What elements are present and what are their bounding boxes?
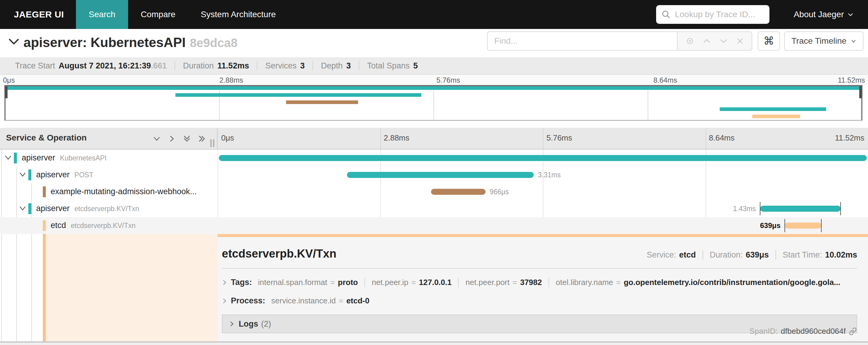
equals-sign: = <box>411 278 416 287</box>
app-brand[interactable]: JAEGER UI <box>0 0 76 29</box>
about-jaeger-menu[interactable]: About Jaeger <box>794 10 854 19</box>
nav-item-search[interactable]: Search <box>76 0 128 29</box>
span-service: example-mutating-admission-webhook... <box>51 187 197 196</box>
span-operation: etcdserverpb.KV/Txn <box>74 205 139 212</box>
logs-count: (2) <box>261 319 271 329</box>
span-row-apiserver-etcd-txn[interactable]: apiserveretcdserverpb.KV/Txn 1.43ms <box>0 200 868 217</box>
tag-value: etcd-0 <box>346 296 370 306</box>
focus-target-icon[interactable] <box>685 36 694 46</box>
meta-value: 10.02ms <box>825 250 857 260</box>
span-detail-accent-bar <box>43 234 46 341</box>
spanid-label: SpanID: <box>749 326 778 336</box>
nav-item-compare[interactable]: Compare <box>128 0 188 29</box>
timeline-header: Service & Operation <box>0 128 868 150</box>
span-bar[interactable] <box>347 172 533 178</box>
timeline-tick: 0μs <box>221 133 234 143</box>
span-service-operation: apiserverPOST <box>36 170 93 179</box>
span-detail-operation-title: etcdserverpb.KV/Txn <box>222 247 336 260</box>
span-row-apiserver-post[interactable]: apiserverPOST 3.31ms <box>0 167 868 183</box>
summary-depth: Depth 3 <box>313 61 359 70</box>
jaeger-trace-page: JAEGER UI Search Compare System Architec… <box>0 0 868 345</box>
find-prev-chevron-up-icon[interactable] <box>702 38 711 44</box>
span-color-marker <box>28 203 31 214</box>
nav-item-system-architecture[interactable]: System Architecture <box>188 0 288 29</box>
clear-find-close-icon[interactable] <box>736 37 744 45</box>
chevron-right-icon <box>222 298 227 304</box>
minimap-gridline <box>219 86 220 120</box>
minimap-span-bar <box>176 93 421 97</box>
chevron-right-icon <box>222 279 227 286</box>
collapse-controls <box>153 135 206 143</box>
summary-label: Depth <box>321 61 343 70</box>
trace-minimap[interactable] <box>4 85 863 121</box>
chevron-down-icon <box>851 39 856 43</box>
collapse-all-double-chevron-down-icon[interactable] <box>183 135 191 143</box>
timeline-gridline <box>380 128 381 149</box>
minimap-tick: 8.64ms <box>653 76 677 84</box>
tags-row[interactable]: Tags: internal.span.format = proto net.p… <box>222 278 857 287</box>
tree-guide-line <box>31 234 32 341</box>
span-bar[interactable] <box>219 155 867 161</box>
process-row[interactable]: Process: service.instance.id = etcd-0 <box>222 296 857 306</box>
span-rows: apiserverKubernetesAPI apiserverPOST <box>0 150 868 234</box>
span-duration-label: 3.31ms <box>538 171 561 179</box>
tag-item: internal.span.format = proto <box>258 278 364 287</box>
tag-item: net.peer.port = 37982 <box>458 278 549 287</box>
chevron-down-icon <box>847 12 854 17</box>
span-bar[interactable] <box>760 206 841 212</box>
process-label: Process: <box>231 296 265 306</box>
minimap-left-scrubber-handle[interactable] <box>5 86 7 98</box>
trace-lookup-input[interactable] <box>674 9 760 20</box>
span-row-etcd-txn-selected[interactable]: etcdetcdserverpb.KV/Txn 639μs <box>0 217 868 234</box>
summary-value: August 7 2021, 16:21:39 <box>59 61 151 70</box>
expand-all-double-chevron-right-icon[interactable] <box>198 135 206 143</box>
equals-sign: = <box>513 278 517 287</box>
summary-label: Trace Start <box>15 61 55 70</box>
collapse-one-chevron-down-icon[interactable] <box>153 135 161 143</box>
span-detail-panel: etcdserverpb.KV/Txn Service: etcd Durati… <box>218 234 868 341</box>
tag-item: net.peer.ip = 127.0.0.1 <box>364 278 458 287</box>
chevron-down-icon[interactable] <box>4 155 12 162</box>
summary-label: Total Spans <box>367 61 410 70</box>
span-row-webhook[interactable]: example-mutating-admission-webhook... 96… <box>0 183 868 200</box>
timeline-gridline <box>706 128 706 149</box>
minimap-span-bar <box>720 107 826 111</box>
span-color-marker <box>14 152 17 164</box>
span-service-operation: apiserveretcdserverpb.KV/Txn <box>36 204 139 213</box>
bottom-scroll-strip[interactable] <box>0 341 868 345</box>
span-duration-label: 966μs <box>490 188 509 196</box>
chevron-down-icon[interactable] <box>19 172 27 179</box>
span-bar-cell: 639μs <box>218 217 868 234</box>
span-bar[interactable] <box>785 223 821 229</box>
chevron-down-icon[interactable] <box>19 205 27 212</box>
column-resize-handle[interactable] <box>210 139 214 147</box>
span-detail-row: etcdserverpb.KV/Txn Service: etcd Durati… <box>0 234 868 341</box>
command-icon: ⌘ <box>764 35 774 47</box>
find-next-chevron-down-icon[interactable] <box>719 38 728 44</box>
span-name-cell: example-mutating-admission-webhook... <box>0 183 218 200</box>
span-detail-left-gutter <box>0 234 218 341</box>
find-input[interactable] <box>487 31 677 51</box>
span-color-marker <box>43 186 46 197</box>
process-items: service.instance.id = etcd-0 <box>271 296 376 306</box>
copy-link-icon[interactable] <box>849 327 857 336</box>
chevron-right-icon <box>229 321 235 327</box>
trace-lookup-box <box>656 5 770 24</box>
summary-trace-start: Trace Start August 7 2021, 16:21:39 .661 <box>7 61 175 70</box>
tag-value: proto <box>338 278 358 287</box>
tag-key: service.instance.id <box>271 296 336 306</box>
summary-label: Services <box>265 61 297 70</box>
span-bar[interactable] <box>431 189 486 195</box>
minimap-right-scrubber-handle[interactable] <box>859 86 862 98</box>
expand-one-chevron-right-icon[interactable] <box>167 135 176 143</box>
meta-label: Start Time: <box>783 250 822 260</box>
keyboard-shortcuts-button[interactable]: ⌘ <box>758 31 780 51</box>
minimap-tick: 5.76ms <box>436 76 460 84</box>
trace-title-text: apiserver: KubernetesAPI <box>24 35 186 50</box>
collapse-trace-chevron[interactable] <box>8 38 19 47</box>
timeline-tick: 11.52ms <box>835 133 864 143</box>
top-nav: JAEGER UI Search Compare System Architec… <box>0 0 868 29</box>
trace-view-selector[interactable]: Trace Timeline <box>784 31 864 51</box>
span-id-footer: SpanID: dfbebd960ced064f <box>749 326 857 336</box>
span-row-apiserver-kubernetesapi[interactable]: apiserverKubernetesAPI <box>0 150 868 167</box>
